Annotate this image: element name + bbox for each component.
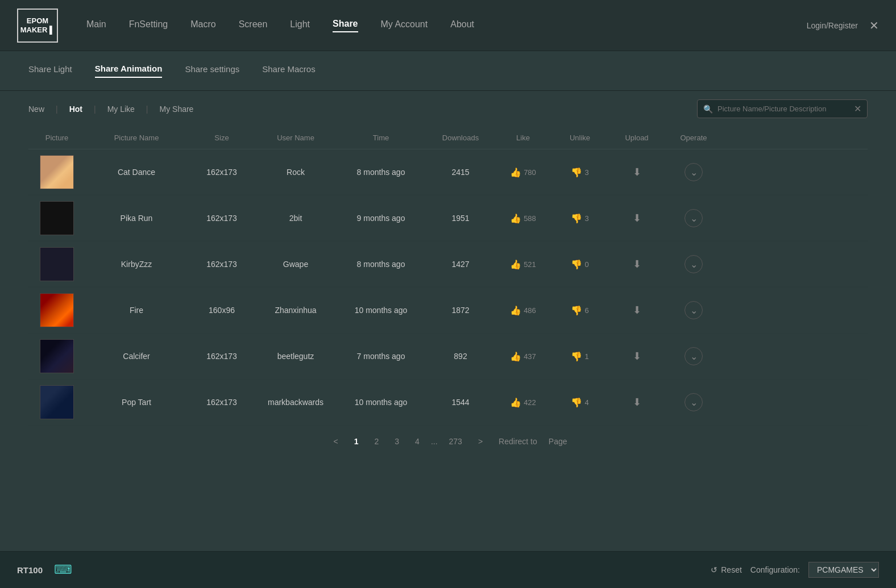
nav-about[interactable]: About — [450, 19, 474, 32]
tab-share-animation[interactable]: Share Animation — [95, 64, 163, 78]
thumb-image — [40, 247, 74, 281]
nav-light[interactable]: Light — [290, 19, 310, 32]
unlike-count: 4 — [584, 398, 588, 407]
operate-button[interactable]: ⌄ — [685, 163, 703, 181]
like-count: 588 — [524, 214, 536, 223]
like-count: 521 — [524, 260, 536, 269]
tab-share-settings[interactable]: Share settings — [185, 64, 239, 77]
row-user: Gwape — [256, 260, 335, 269]
search-box: 🔍 ✕ — [697, 99, 868, 118]
download-icon[interactable]: ⬇ — [633, 305, 641, 316]
download-icon[interactable]: ⬇ — [633, 258, 641, 270]
table-row: Fire 160x96 Zhanxinhua 10 months ago 187… — [28, 287, 868, 333]
download-icon[interactable]: ⬇ — [633, 212, 641, 224]
like-count: 486 — [524, 306, 536, 315]
thumb-down-icon: 👎 — [571, 259, 582, 270]
thumb-up-icon: 👍 — [510, 351, 521, 362]
nav-screen[interactable]: Screen — [239, 19, 268, 32]
download-icon[interactable]: ⬇ — [633, 166, 641, 178]
download-icon[interactable]: ⬇ — [633, 351, 641, 362]
search-input[interactable] — [717, 105, 854, 113]
row-downloads: 1872 — [426, 306, 495, 315]
tab-share-light[interactable]: Share Light — [28, 64, 72, 77]
operate-button[interactable]: ⌄ — [685, 347, 703, 365]
pic-cell — [28, 293, 85, 327]
nav-myaccount[interactable]: My Account — [381, 19, 428, 32]
col-operate: Operate — [665, 134, 722, 142]
row-size: 162x173 — [188, 398, 256, 407]
row-size: 162x173 — [188, 260, 256, 269]
redirect-label: Redirect to — [499, 437, 537, 446]
row-unlikes: 👎 3 — [551, 213, 608, 224]
bottom-right: ↺ Reset Configuration: PCMGAMES — [711, 562, 879, 578]
table-body: Cat Dance 162x173 Rock 8 months ago 2415… — [28, 149, 868, 426]
table-header: Picture Picture Name Size User Name Time… — [28, 127, 868, 149]
search-clear-icon[interactable]: ✕ — [854, 103, 861, 114]
operate-button[interactable]: ⌄ — [685, 255, 703, 273]
row-user: 2bit — [256, 214, 335, 223]
page-273[interactable]: 273 — [445, 436, 467, 447]
filter-row: New | Hot | My Like | My Share 🔍 ✕ — [0, 91, 896, 127]
row-user: markbackwards — [256, 398, 335, 407]
nav-macro[interactable]: Macro — [190, 19, 215, 32]
search-icon: 🔍 — [703, 105, 713, 114]
operate-button[interactable]: ⌄ — [685, 301, 703, 319]
col-picture: Picture — [28, 134, 85, 142]
bottom-bar: RT100 ⌨ ↺ Reset Configuration: PCMGAMES — [0, 551, 896, 588]
row-time: 9 months ago — [335, 214, 426, 223]
thumb-image — [40, 293, 74, 327]
filter-mylike[interactable]: My Like — [107, 105, 135, 114]
filter-hot[interactable]: Hot — [69, 105, 82, 114]
row-name: Pop Tart — [85, 398, 188, 407]
unlike-count: 1 — [584, 352, 588, 361]
row-downloads: 1544 — [426, 398, 495, 407]
filter-myshare[interactable]: My Share — [160, 105, 194, 114]
thumb-image — [40, 155, 74, 189]
reset-button[interactable]: ↺ Reset — [711, 565, 742, 574]
nav-main[interactable]: Main — [86, 19, 106, 32]
nav-share[interactable]: Share — [333, 19, 358, 32]
logo[interactable]: EPOMMAKER ▌ — [17, 9, 58, 43]
tab-share-macros[interactable]: Share Macros — [262, 64, 315, 77]
row-operate: ⌄ — [665, 301, 722, 319]
nav-fnsetting[interactable]: FnSetting — [129, 19, 168, 32]
pic-cell — [28, 339, 85, 373]
thumb-down-icon: 👎 — [571, 397, 582, 408]
row-downloads: 892 — [426, 352, 495, 361]
like-count: 422 — [524, 398, 536, 407]
close-button[interactable]: ✕ — [869, 20, 879, 31]
keyboard-icon: ⌨ — [54, 562, 72, 577]
download-icon[interactable]: ⬇ — [633, 397, 641, 408]
col-downloads: Downloads — [426, 134, 495, 142]
row-downloads: 1951 — [426, 214, 495, 223]
page-4[interactable]: 4 — [410, 436, 424, 447]
filter-new[interactable]: New — [28, 105, 44, 114]
row-upload: ⬇ — [608, 396, 665, 408]
thumb-image — [40, 385, 74, 419]
row-name: Fire — [85, 306, 188, 315]
table-container: Picture Picture Name Size User Name Time… — [0, 127, 896, 426]
operate-button[interactable]: ⌄ — [685, 393, 703, 411]
page-prev[interactable]: < — [329, 436, 343, 447]
page-next[interactable]: > — [474, 436, 487, 447]
config-select[interactable]: PCMGAMES — [808, 562, 879, 578]
col-time: Time — [335, 134, 426, 142]
login-button[interactable]: Login/Register — [807, 21, 858, 30]
table-row: Cat Dance 162x173 Rock 8 months ago 2415… — [28, 149, 868, 195]
reset-icon: ↺ — [711, 565, 717, 574]
page-ellipsis: ... — [431, 437, 438, 446]
row-operate: ⌄ — [665, 209, 722, 227]
pic-cell — [28, 201, 85, 235]
sub-nav: Share Light Share Animation Share settin… — [0, 51, 896, 91]
operate-button[interactable]: ⌄ — [685, 209, 703, 227]
page-2[interactable]: 2 — [370, 436, 383, 447]
pic-cell — [28, 155, 85, 189]
row-time: 8 months ago — [335, 168, 426, 177]
nav-right: Login/Register ✕ — [807, 20, 879, 31]
row-name: Pika Run — [85, 214, 188, 223]
page-3[interactable]: 3 — [390, 436, 404, 447]
page-1[interactable]: 1 — [350, 436, 363, 447]
thumb-up-icon: 👍 — [510, 305, 521, 316]
thumb-up-icon: 👍 — [510, 397, 521, 408]
table-row: Pop Tart 162x173 markbackwards 10 months… — [28, 380, 868, 426]
